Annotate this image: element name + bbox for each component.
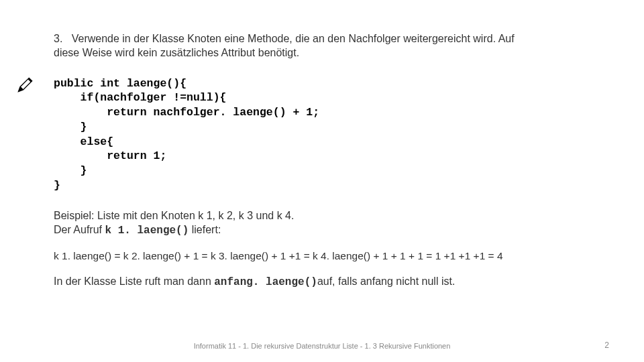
page-number: 2 — [604, 341, 609, 350]
footer-center: Informatik 11 - 1. Die rekursive Datenst… — [0, 342, 644, 350]
note-b: auf, falls anfang nicht null ist. — [317, 276, 455, 287]
example-line1: Beispiel: Liste mit den Knoten k 1, k 2,… — [54, 210, 294, 221]
note-paragraph: In der Klasse Liste ruft man dann anfang… — [54, 275, 590, 290]
pencil-icon — [16, 75, 35, 94]
intro-paragraph: 3. Verwende in der Klasse Knoten eine Me… — [54, 32, 590, 60]
example-code: k 1. laenge() — [105, 225, 189, 237]
code-block: public int laenge(){ if(nachfolger !=nul… — [54, 76, 590, 193]
slide-page: 3. Verwende in der Klasse Knoten eine Me… — [0, 0, 644, 362]
intro-text-b: diese Weise wird kein zusätzliches Attri… — [54, 47, 299, 58]
chain-line: k 1. laenge() = k 2. laenge() + 1 = k 3.… — [54, 249, 590, 263]
example-line2b: liefert: — [189, 224, 221, 235]
note-a: In der Klasse Liste ruft man dann — [54, 276, 214, 287]
example-paragraph: Beispiel: Liste mit den Knoten k 1, k 2,… — [54, 209, 590, 238]
list-number: 3. — [54, 33, 62, 44]
note-code: anfang. laenge() — [214, 276, 317, 288]
intro-text-a: Verwende in der Klasse Knoten eine Metho… — [72, 33, 515, 44]
example-line2a: Der Aufruf — [54, 224, 105, 235]
footer: Informatik 11 - 1. Die rekursive Datenst… — [0, 342, 644, 350]
